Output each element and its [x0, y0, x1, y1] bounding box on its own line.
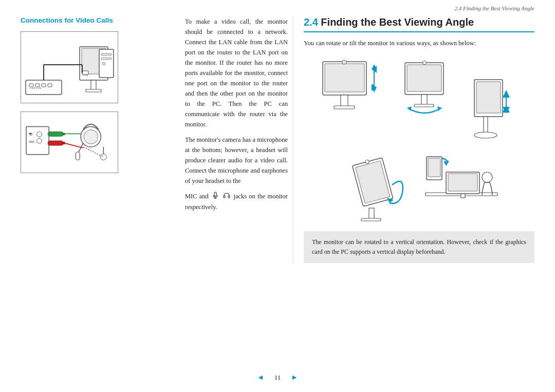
svg-point-35 — [84, 129, 98, 144]
svg-rect-45 — [228, 196, 230, 198]
svg-rect-4 — [48, 84, 52, 87]
svg-rect-12 — [86, 89, 101, 92]
svg-rect-81 — [428, 158, 440, 177]
svg-rect-47 — [325, 64, 364, 92]
svg-point-57 — [423, 61, 427, 65]
pivot-diagram — [336, 146, 415, 231]
mic-icon — [212, 192, 219, 202]
svg-rect-3 — [42, 84, 46, 87]
svg-rect-76 — [448, 174, 477, 191]
svg-point-21 — [102, 62, 105, 65]
svg-rect-77 — [461, 194, 465, 198]
desc-para1: To make a video call, the monitor should… — [185, 16, 288, 129]
viewing-angle-description: You can rotate or tilt the monitor in va… — [304, 40, 534, 47]
svg-text:LAN: LAN — [30, 87, 35, 89]
desc-para2: The monitor's camera has a microphone at… — [185, 135, 288, 186]
page-number: 11 — [274, 374, 281, 382]
svg-point-78 — [482, 172, 492, 182]
svg-rect-44 — [224, 196, 225, 198]
svg-line-33 — [63, 143, 83, 148]
tilt-diagram — [312, 57, 387, 134]
next-page-button[interactable]: ► — [291, 374, 298, 382]
svg-rect-41 — [214, 192, 216, 196]
svg-rect-28 — [48, 132, 63, 136]
right-section-title: 2.4 Finding the Best Viewing Angle — [304, 16, 534, 32]
svg-text:🞃: 🞃 — [28, 131, 32, 136]
svg-point-26 — [37, 138, 42, 143]
svg-rect-11 — [91, 80, 96, 90]
description-column: To make a video call, the monitor should… — [180, 16, 293, 263]
svg-text:LAN: LAN — [36, 87, 42, 89]
svg-rect-71 — [369, 208, 374, 219]
viewing-diagrams-grid — [304, 57, 534, 231]
headset-diagram: ♬ 🞃 MIC — [21, 111, 118, 173]
desc-para3: MIC and jacks on the monitor respectivel… — [185, 191, 288, 212]
svg-rect-19 — [101, 53, 112, 55]
svg-rect-56 — [407, 65, 441, 91]
svg-rect-51 — [334, 106, 355, 109]
svg-point-65 — [474, 132, 497, 138]
svg-rect-59 — [414, 104, 434, 107]
left-section-title: Connections for Video Calls — [21, 16, 175, 24]
note-box: The monitor can be rotated to a vertical… — [304, 231, 534, 263]
left-column: Connections for Video Calls LAN LAN — [21, 16, 180, 263]
svg-point-27 — [37, 132, 42, 137]
svg-rect-50 — [341, 95, 348, 106]
network-diagram: LAN LAN LAN — [21, 31, 118, 103]
page-breadcrumb: 2.4 Finding the Best Viewing Angle — [0, 0, 555, 11]
svg-rect-72 — [361, 218, 381, 221]
svg-line-40 — [83, 147, 103, 157]
height-diagram — [464, 57, 526, 141]
svg-rect-58 — [421, 95, 427, 105]
svg-rect-37 — [76, 152, 80, 160]
svg-rect-30 — [48, 141, 63, 145]
page-footer: ◄ 11 ► — [0, 374, 555, 382]
svg-point-49 — [343, 61, 345, 63]
headphone-icon — [223, 192, 230, 202]
swivel-diagram — [392, 57, 459, 134]
person-desk-diagram — [420, 146, 503, 213]
svg-rect-63 — [476, 82, 501, 113]
prev-page-button[interactable]: ◄ — [257, 374, 264, 382]
svg-text:LAN: LAN — [83, 74, 88, 77]
svg-rect-20 — [101, 58, 112, 60]
svg-point-38 — [100, 154, 106, 160]
right-column: 2.4 Finding the Best Viewing Angle You c… — [293, 16, 534, 263]
svg-text:MIC: MIC — [29, 140, 35, 143]
